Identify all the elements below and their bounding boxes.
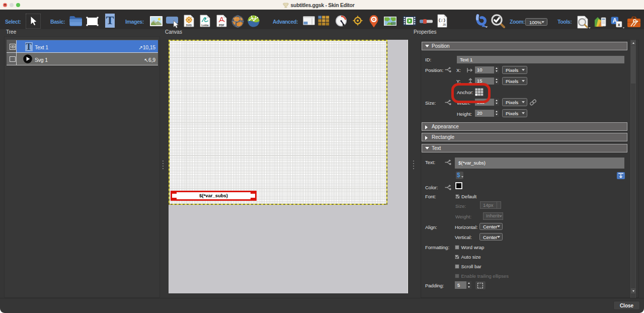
svg-text:x: x	[618, 22, 620, 27]
svg-text:PDF: PDF	[219, 24, 224, 27]
svg-text:Lottie: Lottie	[201, 24, 208, 27]
svg-text:JS: JS	[443, 23, 446, 26]
svg-text:{;}: {;}	[438, 18, 446, 22]
svg-text:SVG: SVG	[186, 24, 192, 27]
